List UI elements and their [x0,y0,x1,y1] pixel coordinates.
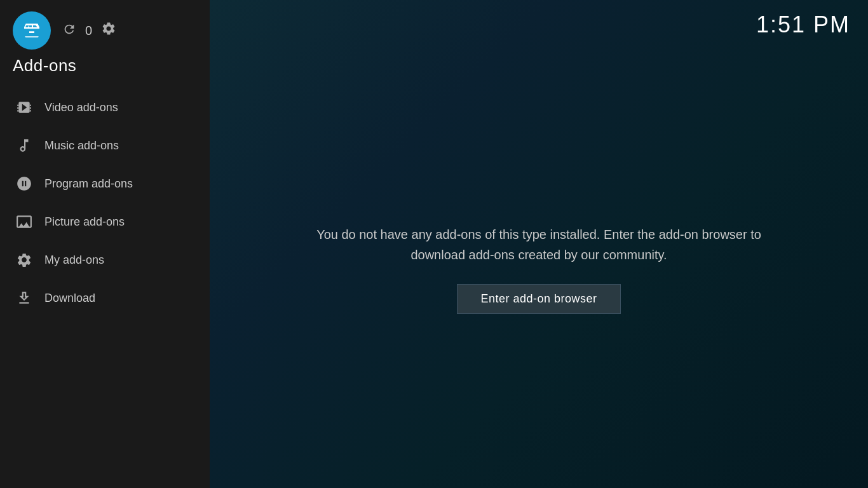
my-addons-icon [15,251,33,269]
sidebar-item-download[interactable]: Download [0,279,210,317]
nav-list: Video add-ons Music add-ons Program add-… [0,88,210,488]
svg-rect-2 [17,110,18,111]
refresh-icon[interactable] [62,22,76,39]
header-controls: 0 [62,21,116,40]
sidebar-item-music-addons[interactable]: Music add-ons [0,126,210,165]
sidebar-item-label: Download [44,292,95,305]
svg-rect-0 [17,105,18,106]
sidebar-item-video-addons[interactable]: Video add-ons [0,88,210,126]
svg-rect-4 [30,107,31,109]
video-icon [15,98,33,116]
sidebar-item-label: My add-ons [44,254,104,267]
content-area: You do not have any add-ons of this type… [210,50,868,488]
sidebar-item-label: Video add-ons [44,101,118,114]
addon-icon-circle[interactable] [13,11,51,50]
sidebar: 0 Add-ons Video a [0,0,210,488]
clock: 1:51 PM [756,11,850,38]
sidebar-item-my-addons[interactable]: My add-ons [0,241,210,279]
sidebar-item-picture-addons[interactable]: Picture add-ons [0,203,210,241]
page-title: Add-ons [0,56,210,88]
empty-message: You do not have any add-ons of this type… [316,224,761,265]
sidebar-item-label: Music add-ons [44,139,119,152]
picture-icon [15,213,33,231]
sidebar-item-label: Picture add-ons [44,215,125,229]
top-bar: 1:51 PM [210,0,868,50]
svg-rect-1 [17,107,18,109]
sidebar-item-label: Program add-ons [44,177,133,191]
svg-rect-3 [30,105,31,106]
main-content: 1:51 PM You do not have any add-ons of t… [210,0,868,488]
sidebar-item-program-addons[interactable]: Program add-ons [0,165,210,203]
settings-icon[interactable] [101,21,116,40]
update-count: 0 [85,24,92,38]
program-icon [15,175,33,193]
svg-rect-5 [30,110,31,111]
sidebar-header: 0 [0,0,210,56]
enter-addon-browser-button[interactable]: Enter add-on browser [457,284,620,314]
box-open-icon [22,20,42,41]
download-icon [15,289,33,307]
music-icon [15,137,33,154]
